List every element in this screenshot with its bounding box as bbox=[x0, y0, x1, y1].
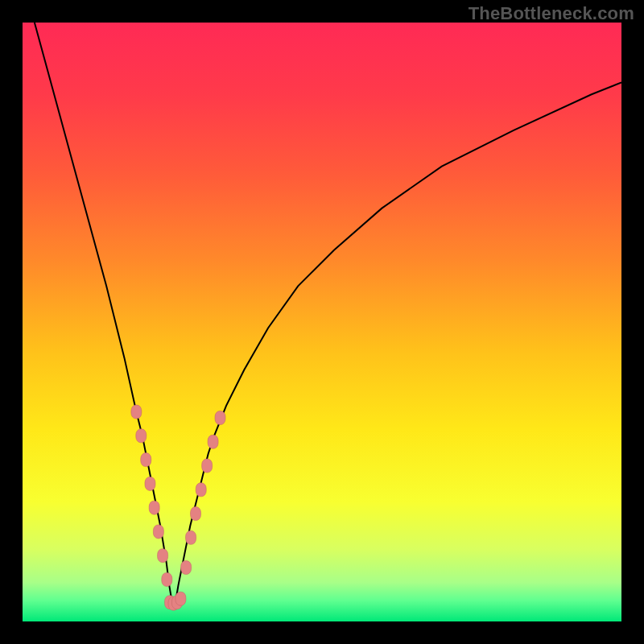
bottleneck-curve bbox=[35, 23, 621, 604]
data-dot bbox=[191, 507, 201, 521]
data-dot bbox=[131, 405, 142, 419]
data-dot bbox=[186, 530, 196, 544]
data-dot bbox=[162, 572, 172, 586]
plot-area bbox=[23, 23, 621, 621]
chart-svg bbox=[23, 23, 621, 621]
data-dot bbox=[158, 549, 168, 563]
data-dot bbox=[202, 459, 213, 473]
data-dot bbox=[141, 453, 151, 467]
data-dot bbox=[215, 411, 225, 425]
data-dot bbox=[145, 477, 155, 490]
chart-frame: TheBottleneck.com bbox=[0, 0, 644, 644]
data-dot bbox=[149, 501, 159, 514]
data-dot bbox=[181, 561, 192, 575]
data-markers bbox=[131, 405, 225, 610]
data-dot bbox=[175, 592, 186, 605]
data-dot bbox=[196, 483, 206, 497]
data-dot bbox=[208, 435, 218, 448]
data-dot bbox=[153, 525, 163, 539]
data-dot bbox=[136, 429, 147, 443]
watermark-text: TheBottleneck.com bbox=[469, 3, 634, 24]
